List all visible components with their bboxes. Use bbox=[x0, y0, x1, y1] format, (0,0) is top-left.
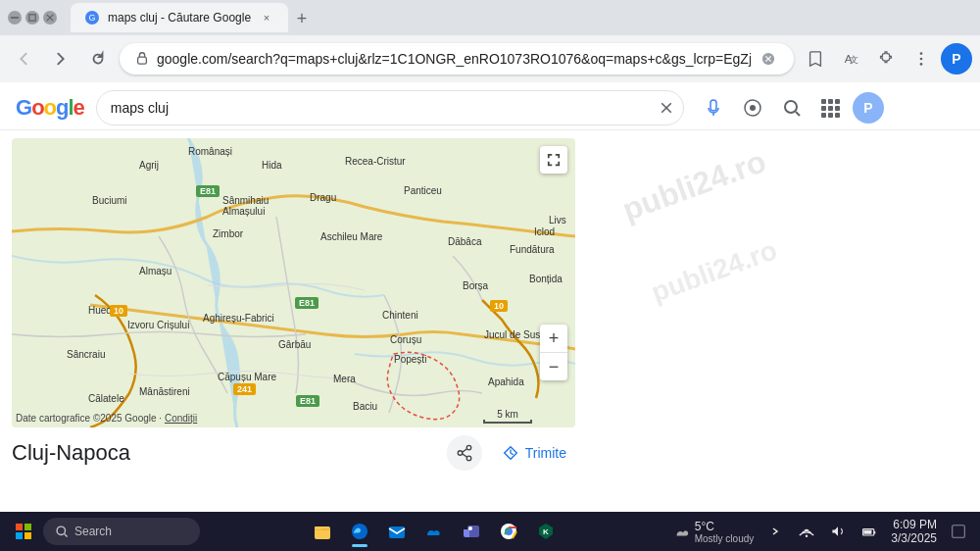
apps-button[interactable] bbox=[813, 90, 849, 125]
svg-point-20 bbox=[785, 101, 797, 113]
close-button[interactable] bbox=[43, 11, 57, 25]
map-zoom-out-button[interactable]: − bbox=[540, 353, 567, 380]
map-directions-button[interactable]: Trimite bbox=[490, 438, 578, 468]
profile-button[interactable]: P bbox=[941, 43, 972, 75]
road-10-1: 10 bbox=[110, 305, 127, 317]
reload-button[interactable] bbox=[82, 43, 114, 75]
place-label-jucul: Jucul de Sus bbox=[484, 329, 540, 340]
place-label-fundatura: Fundătura bbox=[510, 244, 555, 255]
watermark-area: publi24.ro publi24.ro bbox=[590, 138, 968, 504]
place-label-aschileu: Aschileu Mare bbox=[320, 231, 382, 242]
taskbar-time[interactable]: 6:09 PM 3/3/2025 bbox=[887, 518, 941, 545]
battery-icon[interactable] bbox=[856, 518, 883, 545]
windows-logo-icon bbox=[16, 524, 31, 539]
weather-desc: Mostly cloudy bbox=[695, 533, 755, 544]
taskbar-onedrive[interactable] bbox=[416, 514, 452, 549]
place-label-popesti: Popești bbox=[394, 354, 426, 365]
map-zoom-controls: + − bbox=[540, 325, 567, 380]
minimize-button[interactable] bbox=[8, 11, 22, 25]
svg-line-28 bbox=[65, 534, 68, 537]
place-label-mera: Mera bbox=[333, 374, 356, 384]
network-icon[interactable] bbox=[793, 518, 820, 545]
map-footer: Cluj-Napoca Trimite bbox=[12, 427, 578, 475]
forward-button[interactable] bbox=[45, 43, 76, 75]
search-input[interactable] bbox=[96, 90, 684, 125]
watermark-2: publi24.ro bbox=[648, 234, 782, 309]
google-search-button[interactable] bbox=[774, 90, 809, 125]
svg-point-23 bbox=[458, 451, 463, 456]
road-241: 241 bbox=[233, 383, 256, 395]
svg-point-37 bbox=[806, 535, 808, 537]
volume-icon[interactable] bbox=[824, 518, 852, 545]
place-label-iclod: Iclod bbox=[534, 226, 555, 237]
translate-button[interactable]: A文 bbox=[835, 43, 866, 75]
highway-e81-2: E81 bbox=[295, 297, 318, 309]
place-label-chinteni: Chinteni bbox=[382, 310, 418, 321]
svg-rect-0 bbox=[11, 17, 19, 19]
tab-title: maps cluj - Căutare Google bbox=[108, 11, 251, 25]
back-button[interactable] bbox=[8, 43, 39, 75]
highway-e81-1: E81 bbox=[196, 185, 220, 197]
place-label-bontida: Bonțida bbox=[529, 274, 563, 284]
extensions-button[interactable] bbox=[870, 43, 902, 75]
place-label-agrij: Agrij bbox=[139, 160, 159, 171]
scale-bar bbox=[483, 420, 532, 424]
svg-line-25 bbox=[462, 449, 466, 452]
place-label-aghiresu: Aghireșu-Fabrici bbox=[203, 313, 274, 324]
taskbar-mail[interactable] bbox=[379, 514, 415, 549]
hidden-icons-button[interactable] bbox=[761, 518, 789, 545]
place-label-romanasi: Românași bbox=[188, 146, 232, 157]
map-fullscreen-button[interactable] bbox=[540, 146, 567, 174]
svg-text:G: G bbox=[88, 13, 95, 23]
clock-date: 3/3/2025 bbox=[891, 531, 937, 545]
svg-point-13 bbox=[920, 58, 923, 61]
svg-line-26 bbox=[462, 454, 466, 457]
taskbar-search-label: Search bbox=[74, 525, 112, 538]
new-tab-button[interactable]: + bbox=[288, 5, 316, 32]
voice-search-button[interactable] bbox=[696, 90, 731, 125]
active-tab[interactable]: G maps cluj - Căutare Google × bbox=[71, 3, 288, 32]
menu-button[interactable] bbox=[906, 43, 937, 75]
place-label-calatele: Călatele bbox=[88, 393, 124, 404]
place-label-baciu: Baciu bbox=[353, 401, 377, 412]
place-label-apahida: Apahida bbox=[488, 376, 524, 387]
map-container[interactable]: Românași Agrij Hida Recea-Cristur Bucium… bbox=[12, 138, 575, 427]
content-area: Românași Agrij Hida Recea-Cristur Bucium… bbox=[0, 130, 980, 512]
taskbar-kaspersky[interactable]: K bbox=[528, 514, 564, 549]
tab-close-button[interactable]: × bbox=[259, 10, 274, 25]
apps-grid-icon bbox=[821, 99, 840, 118]
taskbar-search-box[interactable]: Search bbox=[43, 518, 200, 545]
map-conditions-link[interactable]: Condiții bbox=[165, 413, 197, 424]
map-background: Românași Agrij Hida Recea-Cristur Bucium… bbox=[12, 138, 575, 427]
address-bar-actions: A文 P bbox=[800, 43, 972, 75]
map-share-button[interactable] bbox=[447, 435, 482, 471]
search-box-wrap bbox=[96, 90, 684, 125]
user-avatar[interactable]: P bbox=[853, 92, 884, 124]
bookmark-button[interactable] bbox=[800, 43, 831, 75]
url-clear-button[interactable] bbox=[759, 49, 778, 69]
place-label-manastireni: Mânăstireni bbox=[139, 386, 190, 397]
taskbar-edge[interactable] bbox=[342, 514, 377, 549]
url-bar[interactable] bbox=[120, 43, 794, 75]
maximize-button[interactable] bbox=[25, 11, 39, 25]
clock-time: 6:09 PM bbox=[893, 518, 937, 531]
notification-button[interactable] bbox=[945, 518, 972, 545]
svg-text:文: 文 bbox=[850, 55, 858, 65]
place-label-liv: Livs bbox=[549, 215, 566, 225]
watermark-1: publi24.ro bbox=[617, 143, 770, 228]
taskbar-teams[interactable] bbox=[454, 514, 489, 549]
place-label-hida: Hida bbox=[262, 160, 282, 171]
svg-point-22 bbox=[466, 445, 471, 450]
taskbar-search-icon bbox=[55, 525, 69, 538]
place-label-sancraiu: Sâncraiu bbox=[67, 349, 105, 360]
search-clear-button[interactable] bbox=[653, 94, 680, 122]
url-input[interactable] bbox=[157, 51, 751, 67]
tab-favicon: G bbox=[84, 10, 100, 25]
highway-e81-3: E81 bbox=[296, 395, 319, 407]
taskbar-file-explorer[interactable] bbox=[305, 514, 340, 549]
place-label-almasu: Almașu bbox=[139, 266, 172, 276]
taskbar-chrome[interactable] bbox=[491, 514, 526, 549]
map-zoom-in-button[interactable]: + bbox=[540, 325, 567, 352]
image-search-button[interactable] bbox=[735, 90, 770, 125]
start-button[interactable] bbox=[8, 516, 39, 547]
